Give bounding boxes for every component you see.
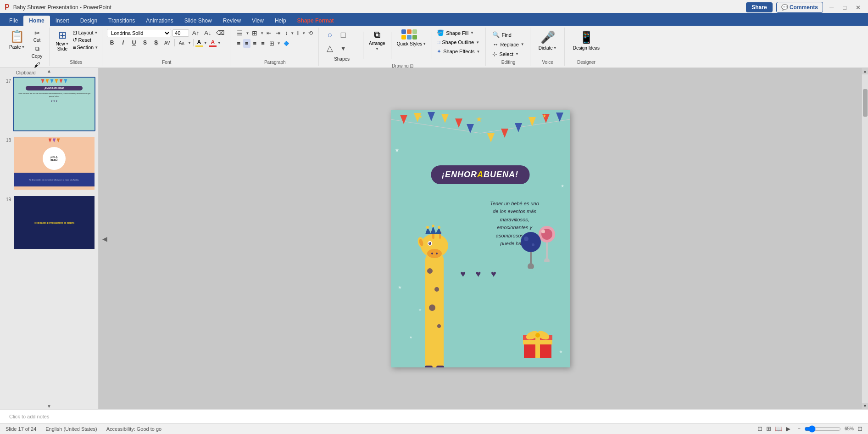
section-button[interactable]: ≡ Section ▼ <box>72 44 98 51</box>
new-slide-button[interactable]: ⊞ New ▼ Slide <box>54 28 71 52</box>
bullets-button[interactable]: ☰ <box>235 28 245 38</box>
section-dropdown[interactable]: ▼ <box>95 45 98 50</box>
tab-help[interactable]: Help <box>269 16 292 26</box>
slide-thumbnail-17[interactable]: ¡ENHORABUENA! Tener un bebé es uno de lo… <box>13 77 95 131</box>
shape-triangle[interactable]: △ <box>323 42 336 55</box>
format-painter-button[interactable]: 🖌 <box>29 60 45 69</box>
clear-format-button[interactable]: ⌫ <box>214 28 226 37</box>
tab-view[interactable]: View <box>246 16 269 26</box>
comments-button[interactable]: 💬 Comments <box>776 2 823 13</box>
collapse-panel-arrow[interactable]: ◀ <box>102 235 107 242</box>
bold-button[interactable]: B <box>107 39 117 47</box>
font-family-select[interactable]: Londrina Solid <box>107 29 171 37</box>
tab-animations[interactable]: Animations <box>140 16 178 26</box>
dictate-dropdown[interactable]: ▼ <box>553 46 557 50</box>
scroll-track[interactable] <box>862 74 868 403</box>
maximize-btn[interactable]: □ <box>840 4 849 11</box>
bullets-dropdown[interactable]: ▼ <box>245 31 249 35</box>
shape-fill-dropdown[interactable]: ▼ <box>470 31 474 35</box>
slide-thumb-17[interactable]: 17 ¡ENHORABUENA! Tener un b <box>2 76 96 132</box>
column-layout-button[interactable]: ⊞ <box>267 39 276 48</box>
shape-oval[interactable]: ○ <box>323 28 336 41</box>
minimize-btn[interactable]: ─ <box>827 4 836 11</box>
shape-outline-button[interactable]: □ Shape Outline ▼ <box>435 38 482 46</box>
numbering-button[interactable]: ⊞ <box>250 28 259 38</box>
align-justify-button[interactable]: ≡ <box>259 39 267 48</box>
notes-bar[interactable]: Click to add notes <box>0 409 868 423</box>
slide-thumb-19[interactable]: 19 Felicidades por tu paquete de alegría <box>2 194 96 251</box>
change-case-button[interactable]: Aa <box>177 39 187 46</box>
font-color-button[interactable]: A <box>209 39 217 47</box>
shape-effects-dropdown[interactable]: ▼ <box>476 50 480 54</box>
close-btn[interactable]: ✕ <box>853 4 863 11</box>
replace-dropdown[interactable]: ▼ <box>521 42 524 46</box>
shape-fill-button[interactable]: 🪣 Shape Fill ▼ <box>435 28 482 37</box>
font-color-dropdown[interactable]: ▼ <box>217 41 221 45</box>
smartart-button[interactable]: 🔷 <box>282 40 291 47</box>
slides-scroll-down[interactable]: ▼ <box>0 403 98 409</box>
shape-effects-button[interactable]: ✦ Shape Effects ▼ <box>435 47 482 56</box>
text-direction-button[interactable]: ⟲ <box>306 29 315 37</box>
paste-button[interactable]: 📋 Paste ▼ <box>6 28 28 69</box>
dictate-button[interactable]: 🎤 Dictate ▼ <box>535 28 561 52</box>
design-ideas-button[interactable]: 📱 Design Ideas <box>569 28 603 52</box>
arrange-button[interactable]: ⧉ Arrange ▼ <box>366 28 388 52</box>
shadow-button[interactable]: S <box>151 39 161 47</box>
columns-dropdown[interactable]: ▼ <box>302 31 306 35</box>
shape-rect[interactable]: □ <box>337 28 350 41</box>
align-right-button[interactable]: ≡ <box>251 39 259 48</box>
select-button[interactable]: ⊹ Select ▼ <box>490 50 521 58</box>
change-case-arrow[interactable]: ▼ <box>188 41 191 45</box>
numbering-dropdown[interactable]: ▼ <box>260 31 264 35</box>
reset-button[interactable]: ↺ Reset <box>72 37 98 43</box>
increase-indent-button[interactable]: ⇥ <box>274 29 282 37</box>
slide-thumb-18[interactable]: 18 ¡HOLA,BEBÉ! Te deseo miles de momento… <box>2 135 96 192</box>
columns-button[interactable]: ⫴ <box>295 29 301 37</box>
new-slide-dropdown[interactable]: ▼ <box>66 42 69 46</box>
view-normal-btn[interactable]: ⊡ <box>757 425 762 432</box>
find-button[interactable]: 🔍 Find <box>490 30 513 39</box>
highlight-button[interactable]: A <box>195 39 203 47</box>
arrange-dropdown[interactable]: ▼ <box>375 47 379 51</box>
shape-outline-dropdown[interactable]: ▼ <box>476 40 479 45</box>
slide-main-banner[interactable]: ¡ENHORABUENA! <box>431 165 529 184</box>
column-layout-dropdown[interactable]: ▼ <box>277 41 281 45</box>
share-button[interactable]: Share <box>746 2 772 12</box>
line-spacing-button[interactable]: ↕ <box>283 29 289 37</box>
tab-slideshow[interactable]: Slide Show <box>179 16 217 26</box>
cut-button[interactable]: ✂ Cut <box>29 28 45 44</box>
align-left-button[interactable]: ≡ <box>235 39 242 48</box>
tab-transitions[interactable]: Transitions <box>103 16 140 26</box>
underline-button[interactable]: U <box>129 39 139 47</box>
tab-shape-format[interactable]: Shape Format <box>292 16 339 26</box>
tab-home[interactable]: Home <box>23 16 50 26</box>
shapes-button[interactable]: Shapes <box>332 56 351 62</box>
tab-design[interactable]: Design <box>75 16 103 26</box>
view-slide-sorter-btn[interactable]: ⊞ <box>766 425 771 432</box>
char-spacing-button[interactable]: AV <box>162 39 172 46</box>
quick-styles-dropdown[interactable]: ▼ <box>423 42 426 46</box>
strikethrough-button[interactable]: S <box>140 39 150 47</box>
tab-file[interactable]: File <box>4 16 23 26</box>
layout-button[interactable]: ⊡ Layout ▼ <box>72 29 98 36</box>
copy-button[interactable]: ⧉ Copy <box>29 44 45 60</box>
layout-dropdown[interactable]: ▼ <box>94 31 98 35</box>
scroll-thumb[interactable] <box>863 89 868 117</box>
zoom-slider[interactable] <box>804 425 841 433</box>
increase-font-button[interactable]: A↑ <box>190 28 201 37</box>
line-spacing-dropdown[interactable]: ▼ <box>290 31 294 35</box>
scroll-down-arrow[interactable]: ▼ <box>862 403 868 409</box>
select-dropdown[interactable]: ▼ <box>515 52 519 56</box>
paste-dropdown-arrow[interactable]: ▼ <box>22 45 25 49</box>
slide-thumbnail-18[interactable]: ¡HOLA,BEBÉ! Te deseo miles de momentos f… <box>13 136 95 191</box>
highlight-dropdown[interactable]: ▼ <box>204 41 207 45</box>
shape-more[interactable]: ▼ <box>337 42 350 55</box>
main-slide[interactable]: ★ ★ ★ ¡ENHORABUENA! Tener un bebé es uno… <box>391 110 570 367</box>
view-slideshow-btn[interactable]: ▶ <box>786 425 790 432</box>
decrease-indent-button[interactable]: ⇤ <box>265 29 273 37</box>
tab-insert[interactable]: Insert <box>50 16 75 26</box>
quick-styles-button[interactable]: Quick Styles ▼ <box>394 28 429 47</box>
slide-thumbnail-19[interactable]: Felicidades por tu paquete de alegría <box>13 195 95 250</box>
fit-slide-btn[interactable]: ⊡ <box>857 425 862 432</box>
tab-review[interactable]: Review <box>217 16 246 26</box>
